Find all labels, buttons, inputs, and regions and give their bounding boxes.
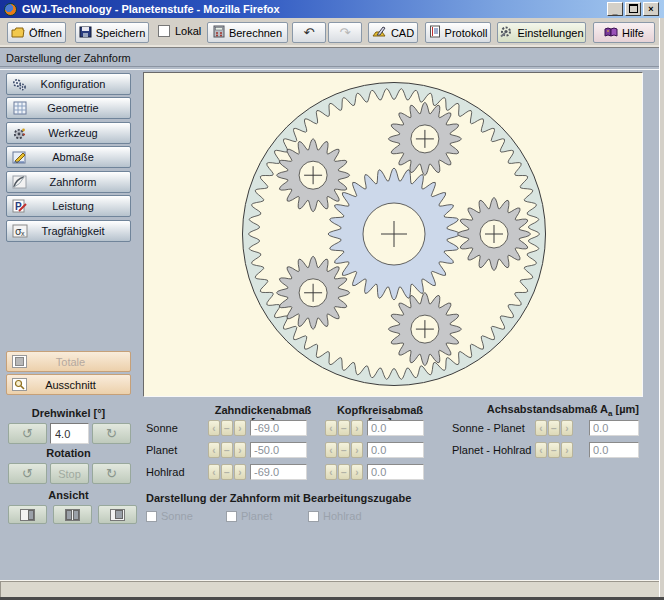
calculator-icon bbox=[213, 25, 225, 40]
undo-button[interactable]: ↶ bbox=[292, 22, 326, 43]
machining-checkbox-hohlrad[interactable] bbox=[308, 511, 319, 522]
sidebar-item-zahnform[interactable]: Zahnform bbox=[6, 171, 131, 193]
spin-reset-button[interactable]: − bbox=[221, 464, 233, 480]
spin-right-button[interactable]: › bbox=[561, 442, 573, 458]
zahndicken-input-hohlrad[interactable] bbox=[250, 464, 307, 480]
protocol-button[interactable]: Protokoll bbox=[425, 22, 491, 43]
view-split-icon bbox=[65, 509, 80, 521]
toolbar: Öffnen Speichern Lokal Berechnen ↶ ↷ bbox=[0, 18, 664, 48]
spin-reset-button[interactable]: − bbox=[338, 442, 350, 458]
spin-right-button[interactable]: › bbox=[234, 420, 246, 436]
rotate-ccw-icon: ↺ bbox=[22, 466, 33, 481]
zahndicken-input-sonne[interactable] bbox=[250, 420, 307, 436]
kopfkreis-input-sonne[interactable] bbox=[367, 420, 424, 436]
view-side-button[interactable] bbox=[98, 505, 137, 524]
redo-button[interactable]: ↷ bbox=[328, 22, 362, 43]
spin-right-button[interactable]: › bbox=[234, 464, 246, 480]
machining-checkbox-sonne[interactable] bbox=[146, 511, 157, 522]
spin-reset-button[interactable]: − bbox=[221, 442, 233, 458]
cad-pen-icon bbox=[372, 25, 387, 40]
spin-left-button[interactable]: ‹ bbox=[535, 420, 547, 436]
local-checkbox[interactable] bbox=[158, 25, 170, 37]
spin-reset-button[interactable]: − bbox=[548, 442, 560, 458]
sidebar-item-label: Tragfähigkeit bbox=[30, 225, 116, 237]
sidebar-item-konfiguration[interactable]: Konfiguration bbox=[6, 73, 131, 95]
machining-label-planet: Planet bbox=[241, 510, 272, 522]
local-checkbox-group[interactable]: Lokal bbox=[158, 25, 201, 37]
sidebar-item-geometrie[interactable]: Geometrie bbox=[6, 97, 131, 119]
achsabstand-spinner-planet-hohlrad: ‹−› bbox=[535, 442, 573, 458]
maximize-icon bbox=[629, 4, 638, 13]
kopfkreis-input-hohlrad[interactable] bbox=[367, 464, 424, 480]
spin-right-button[interactable]: › bbox=[351, 442, 363, 458]
sigma-icon: σx bbox=[11, 224, 28, 239]
achsabstand-input-sonne-planet[interactable] bbox=[589, 420, 639, 436]
spin-reset-button[interactable]: − bbox=[338, 420, 350, 436]
totale-button[interactable]: Totale bbox=[6, 351, 131, 372]
ausschnitt-button[interactable]: Ausschnitt bbox=[6, 374, 131, 395]
application-window: GWJ-Technology - Planetenstufe - Mozilla… bbox=[0, 0, 664, 600]
settings-button[interactable]: Einstellungen bbox=[497, 22, 586, 43]
spin-right-button[interactable]: › bbox=[351, 420, 363, 436]
open-button[interactable]: Öffnen bbox=[7, 22, 66, 43]
ansicht-label: Ansicht bbox=[0, 489, 137, 501]
spin-left-button[interactable]: ‹ bbox=[535, 442, 547, 458]
achsabstand-spinner-sonne-planet: ‹−› bbox=[535, 420, 573, 436]
row-label-planet: Planet bbox=[146, 442, 177, 458]
help-button[interactable]: Hilfe bbox=[593, 22, 655, 43]
zahndicken-spinner-planet: ‹−› bbox=[208, 442, 246, 458]
sidebar-item-werkzeug[interactable]: Werkzeug bbox=[6, 122, 131, 144]
sidebar-item-label: Geometrie bbox=[30, 102, 116, 114]
view-split-button[interactable] bbox=[53, 505, 92, 524]
machining-label-hohlrad: Hohlrad bbox=[323, 510, 362, 522]
spin-left-button[interactable]: ‹ bbox=[325, 420, 337, 436]
title-bar[interactable]: GWJ-Technology - Planetenstufe - Mozilla… bbox=[0, 0, 664, 18]
gear-drawing-viewport[interactable] bbox=[143, 72, 643, 397]
achsabstand-header: Achsabstandsabmaß Aa [µm] bbox=[449, 403, 639, 418]
spin-left-button[interactable]: ‹ bbox=[325, 442, 337, 458]
spin-left-button[interactable]: ‹ bbox=[325, 464, 337, 480]
rotate-step-cw-button[interactable]: ↻ bbox=[92, 423, 131, 444]
rotation-stop-button[interactable]: Stop bbox=[50, 463, 89, 484]
kopfkreis-spinner-sonne: ‹−› bbox=[325, 420, 363, 436]
maximize-button[interactable] bbox=[625, 2, 641, 16]
cad-button[interactable]: CAD bbox=[368, 22, 418, 43]
spin-left-button[interactable]: ‹ bbox=[208, 464, 220, 480]
spin-right-button[interactable]: › bbox=[561, 420, 573, 436]
spin-right-button[interactable]: › bbox=[234, 442, 246, 458]
spin-reset-button[interactable]: − bbox=[548, 420, 560, 436]
sidebar-item-abmasse[interactable]: Abmaße bbox=[6, 146, 131, 168]
zahndicken-spinner-hohlrad: ‹−› bbox=[208, 464, 246, 480]
rotation-cw-button[interactable]: ↻ bbox=[92, 463, 131, 484]
machining-checkbox-planet[interactable] bbox=[226, 511, 237, 522]
window-right-frame bbox=[659, 18, 664, 597]
planetary-gear-drawing bbox=[144, 73, 642, 396]
achsabstand-input-planet-hohlrad[interactable] bbox=[589, 442, 639, 458]
ausschnitt-label: Ausschnitt bbox=[31, 379, 110, 391]
spin-left-button[interactable]: ‹ bbox=[208, 420, 220, 436]
rotate-step-ccw-button[interactable]: ↺ bbox=[8, 423, 47, 444]
redo-icon: ↷ bbox=[340, 26, 351, 39]
kopfkreis-input-planet[interactable] bbox=[367, 442, 424, 458]
spin-reset-button[interactable]: − bbox=[221, 420, 233, 436]
zahndicken-input-planet[interactable] bbox=[250, 442, 307, 458]
view-front-button[interactable] bbox=[8, 505, 47, 524]
svg-text:x: x bbox=[21, 230, 25, 237]
rotation-ccw-button[interactable]: ↺ bbox=[8, 463, 47, 484]
spin-reset-button[interactable]: − bbox=[338, 464, 350, 480]
save-button[interactable]: Speichern bbox=[75, 22, 149, 43]
spin-right-button[interactable]: › bbox=[351, 464, 363, 480]
calculate-button[interactable]: Berechnen bbox=[207, 22, 288, 43]
spin-left-button[interactable]: ‹ bbox=[208, 442, 220, 458]
window-title: GWJ-Technology - Planetenstufe - Mozilla… bbox=[22, 3, 280, 15]
open-folder-icon bbox=[11, 26, 25, 40]
sidebar-item-leistung[interactable]: P Leistung bbox=[6, 195, 131, 217]
floppy-disk-icon bbox=[79, 26, 92, 40]
minimize-button[interactable]: _ bbox=[607, 2, 623, 16]
tooth-curve-icon bbox=[11, 175, 28, 190]
close-button[interactable]: × bbox=[643, 2, 659, 16]
status-bar bbox=[0, 580, 664, 597]
kopfkreis-spinner-hohlrad: ‹−› bbox=[325, 464, 363, 480]
drehwinkel-input[interactable] bbox=[50, 423, 89, 444]
sidebar-item-tragfaehigkeit[interactable]: σx Tragfähigkeit bbox=[6, 220, 131, 242]
